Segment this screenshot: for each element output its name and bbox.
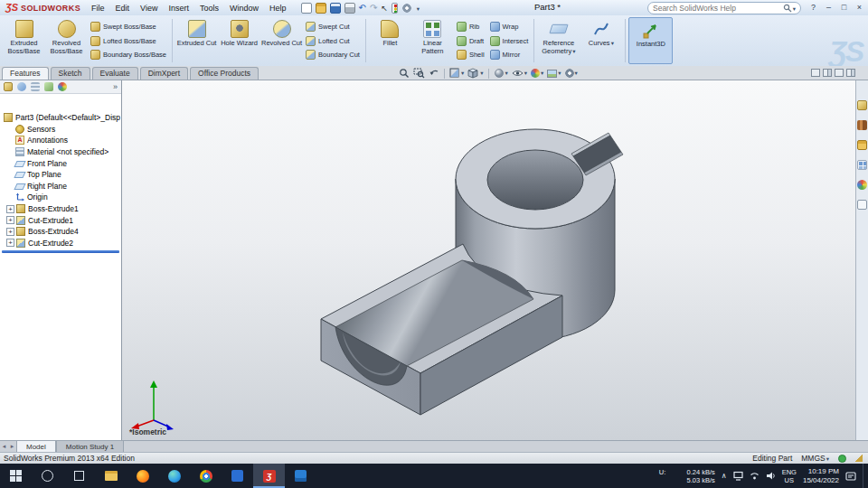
property-manager-tab-icon[interactable] [17,82,26,91]
two-pane-icon[interactable] [823,69,832,77]
feature-manager-tab-icon[interactable] [4,82,13,91]
edit-appearance-icon[interactable] [530,68,544,80]
units-selector[interactable]: MMGS [801,454,829,463]
shell-button[interactable]: Shell [457,50,485,60]
graphics-viewport[interactable]: *Isometric [122,80,855,440]
start-button[interactable] [0,464,32,488]
tree-item-boss-extrude1[interactable]: Boss-Extrude1 [0,203,121,215]
revolved-boss-base-button[interactable]: Revolved Boss/Base [45,17,88,64]
zoom-area-icon[interactable] [412,68,426,80]
mail-button[interactable] [285,464,316,488]
boundary-cut-button[interactable]: Boundary Cut [306,50,360,60]
motion-study-tab[interactable]: Motion Study 1 [56,441,124,452]
tree-item-cut-extrude1[interactable]: Cut-Extrude1 [0,214,121,226]
split-view-icon[interactable] [811,69,820,77]
notification-center-icon[interactable] [845,471,856,482]
draft-button[interactable]: Draft [457,36,485,46]
new-document-icon[interactable] [301,3,312,14]
boundary-boss-base-button[interactable]: Boundary Boss/Base [90,50,166,60]
chrome-button[interactable] [190,464,222,488]
resources-tab-icon[interactable] [857,100,867,110]
extruded-boss-base-button[interactable]: Extruded Boss/Base [3,17,45,64]
expand-plus-icon[interactable] [6,205,14,213]
undo-icon[interactable]: ↶ [359,3,366,14]
open-document-icon[interactable] [316,3,326,14]
apply-scene-icon[interactable] [546,68,561,80]
display-tray-icon[interactable] [733,471,743,481]
custom-properties-tab-icon[interactable] [857,200,867,210]
redo-icon[interactable]: ↷ [370,3,377,14]
app-button[interactable] [222,464,253,488]
tree-item-material[interactable]: Material <not specified> [0,146,121,158]
language-indicator[interactable]: ENG US [782,468,797,484]
file-explorer-button[interactable] [95,464,127,488]
appearances-tab-icon[interactable] [857,180,867,190]
tab-scroll-left-icon[interactable]: ◂ [0,441,8,452]
hidden-icons-chevron-icon[interactable]: ∧ [722,472,727,480]
tree-item-annotations[interactable]: Annotations [0,135,121,146]
display-style-icon[interactable] [493,68,509,80]
minimize-button[interactable]: – [822,1,835,13]
display-manager-tab-icon[interactable] [58,82,67,91]
menu-edit[interactable]: Edit [110,3,136,14]
section-view-icon[interactable] [448,68,465,80]
help-search-box[interactable] [647,2,801,14]
menu-view[interactable]: View [135,3,163,14]
tree-item-sensors[interactable]: Sensors [0,124,121,136]
help-button[interactable]: ? [807,1,820,13]
tree-item-cut-extrude2[interactable]: Cut-Extrude2 [0,238,121,249]
tab-scroll-right-icon[interactable]: ▸ [8,441,16,452]
options-gear-icon[interactable] [401,3,412,14]
search-button[interactable] [32,464,63,488]
menu-help[interactable]: Help [264,3,292,14]
hole-wizard-button[interactable]: Hole Wizard [218,17,260,64]
print-icon[interactable] [344,3,355,14]
resize-grip-icon[interactable] [855,455,863,462]
clock[interactable]: 10:19 PM 15/04/2022 [803,467,839,485]
tab-features[interactable]: Features [2,67,49,80]
zoom-fit-icon[interactable] [398,68,410,80]
linear-pattern-button[interactable]: Linear Pattern [411,17,454,64]
tree-item-boss-extrude4[interactable]: Boss-Extrude4 [0,226,121,238]
model-canvas[interactable] [122,80,855,440]
tree-item-right-plane[interactable]: Right Plane [0,181,121,192]
rib-button[interactable]: Rib [457,22,485,32]
edge-button[interactable] [158,464,190,488]
show-desktop-button[interactable] [863,464,866,488]
save-icon[interactable] [330,3,341,14]
instant3d-toggle[interactable]: Instant3D [628,17,673,64]
search-icon[interactable] [783,4,792,13]
menu-insert[interactable]: Insert [163,3,194,14]
intersect-button[interactable]: Intersect [490,36,529,46]
single-pane-icon[interactable] [835,69,844,77]
toolbar-dropdown-arrow-icon[interactable] [416,4,420,13]
menu-file[interactable]: File [86,3,110,14]
panel-overflow-chevron-icon[interactable]: » [113,82,118,91]
design-library-tab-icon[interactable] [857,120,867,130]
swept-boss-base-button[interactable]: Swept Boss/Base [90,22,166,32]
view-orientation-icon[interactable] [467,68,484,80]
hide-show-items-icon[interactable] [511,68,528,80]
expand-plus-icon[interactable] [6,228,14,236]
tab-office-products[interactable]: Office Products [190,67,259,80]
view-settings-icon[interactable] [564,68,579,80]
curves-button[interactable]: Curves [580,17,622,64]
fillet-button[interactable]: Fillet [369,17,411,64]
view-palette-tab-icon[interactable] [857,160,867,170]
mirror-button[interactable]: Mirror [490,50,529,60]
rebuild-icon[interactable] [392,3,398,14]
volume-tray-icon[interactable] [766,471,776,481]
configuration-manager-tab-icon[interactable] [31,82,40,91]
tab-dimxpert[interactable]: DimXpert [140,67,188,80]
tab-evaluate[interactable]: Evaluate [92,67,138,80]
lofted-boss-base-button[interactable]: Lofted Boss/Base [90,36,166,46]
search-input[interactable] [653,4,783,13]
tree-item-origin[interactable]: Origin [0,192,121,203]
tab-sketch[interactable]: Sketch [51,67,90,80]
select-icon[interactable]: ↖ [381,3,388,14]
previous-view-icon[interactable] [428,68,440,80]
expand-plus-icon[interactable] [6,239,14,247]
close-button[interactable]: × [853,1,866,13]
dimxpert-manager-tab-icon[interactable] [44,82,53,91]
solidworks-taskbar-button[interactable]: Ʒ [253,464,285,488]
